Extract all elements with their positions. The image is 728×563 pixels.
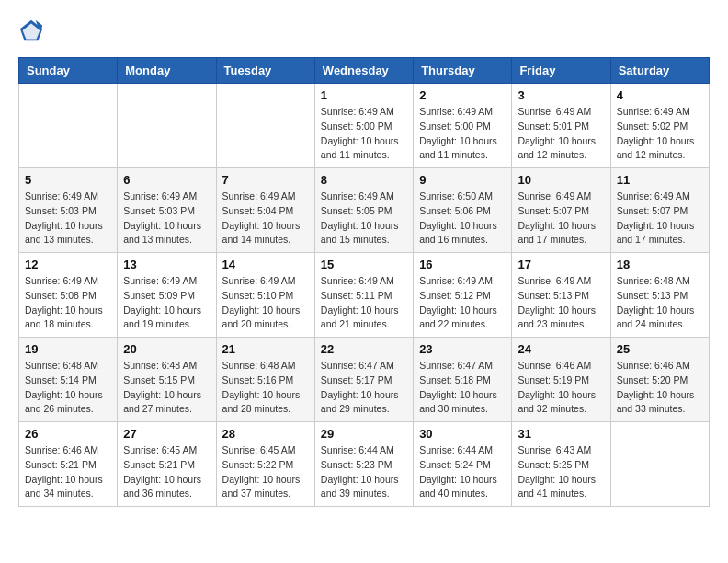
day-info: Sunrise: 6:49 AMSunset: 5:04 PMDaylight:… [222, 190, 309, 247]
calendar-week-row: 1Sunrise: 6:49 AMSunset: 5:00 PMDaylight… [19, 84, 710, 168]
calendar-cell: 11Sunrise: 6:49 AMSunset: 5:07 PMDayligh… [610, 168, 709, 253]
calendar-cell [19, 84, 118, 168]
day-number: 29 [321, 427, 407, 441]
day-info: Sunrise: 6:44 AMSunset: 5:23 PMDaylight:… [321, 443, 407, 501]
day-number: 2 [419, 88, 506, 102]
calendar-cell: 10Sunrise: 6:49 AMSunset: 5:07 PMDayligh… [512, 168, 610, 253]
calendar-cell: 8Sunrise: 6:49 AMSunset: 5:05 PMDaylight… [314, 168, 413, 253]
day-info: Sunrise: 6:44 AMSunset: 5:24 PMDaylight:… [419, 443, 506, 501]
calendar: SundayMondayTuesdayWednesdayThursdayFrid… [18, 57, 710, 507]
day-number: 22 [321, 342, 407, 356]
weekday-header: Wednesday [314, 58, 413, 84]
day-number: 20 [123, 342, 210, 356]
calendar-cell: 7Sunrise: 6:49 AMSunset: 5:04 PMDaylight… [216, 168, 314, 253]
calendar-cell: 15Sunrise: 6:49 AMSunset: 5:11 PMDayligh… [314, 253, 413, 338]
day-number: 28 [222, 427, 309, 441]
day-info: Sunrise: 6:46 AMSunset: 5:19 PMDaylight:… [518, 359, 604, 417]
calendar-cell: 24Sunrise: 6:46 AMSunset: 5:19 PMDayligh… [512, 338, 610, 422]
calendar-cell: 5Sunrise: 6:49 AMSunset: 5:03 PMDaylight… [19, 168, 118, 253]
calendar-cell: 3Sunrise: 6:49 AMSunset: 5:01 PMDaylight… [512, 84, 610, 168]
day-info: Sunrise: 6:49 AMSunset: 5:07 PMDaylight:… [518, 190, 604, 247]
calendar-cell: 26Sunrise: 6:46 AMSunset: 5:21 PMDayligh… [19, 422, 118, 507]
day-number: 19 [25, 342, 111, 356]
day-info: Sunrise: 6:48 AMSunset: 5:14 PMDaylight:… [25, 359, 111, 417]
day-number: 14 [222, 258, 309, 271]
day-info: Sunrise: 6:49 AMSunset: 5:10 PMDaylight:… [222, 274, 309, 332]
weekday-header: Tuesday [216, 58, 314, 84]
day-number: 16 [419, 258, 506, 271]
calendar-cell: 18Sunrise: 6:48 AMSunset: 5:13 PMDayligh… [610, 253, 709, 338]
day-info: Sunrise: 6:47 AMSunset: 5:17 PMDaylight:… [321, 359, 407, 417]
day-number: 17 [518, 258, 604, 271]
day-info: Sunrise: 6:49 AMSunset: 5:12 PMDaylight:… [419, 274, 506, 332]
day-info: Sunrise: 6:43 AMSunset: 5:25 PMDaylight:… [518, 443, 604, 501]
day-info: Sunrise: 6:48 AMSunset: 5:16 PMDaylight:… [222, 359, 309, 417]
day-number: 25 [617, 342, 703, 356]
calendar-cell: 25Sunrise: 6:46 AMSunset: 5:20 PMDayligh… [610, 338, 709, 422]
calendar-cell [216, 84, 314, 168]
day-number: 23 [419, 342, 506, 356]
day-number: 13 [123, 258, 210, 271]
day-number: 24 [518, 342, 604, 356]
day-info: Sunrise: 6:49 AMSunset: 5:08 PMDaylight:… [25, 274, 111, 332]
day-info: Sunrise: 6:48 AMSunset: 5:15 PMDaylight:… [123, 359, 210, 417]
calendar-cell [118, 84, 216, 168]
calendar-cell: 16Sunrise: 6:49 AMSunset: 5:12 PMDayligh… [414, 253, 512, 338]
calendar-cell: 28Sunrise: 6:45 AMSunset: 5:22 PMDayligh… [216, 422, 314, 507]
day-number: 1 [321, 88, 407, 102]
day-info: Sunrise: 6:50 AMSunset: 5:06 PMDaylight:… [419, 190, 506, 247]
calendar-cell: 1Sunrise: 6:49 AMSunset: 5:00 PMDaylight… [314, 84, 413, 168]
day-info: Sunrise: 6:47 AMSunset: 5:18 PMDaylight:… [419, 359, 506, 417]
day-number: 21 [222, 342, 309, 356]
day-info: Sunrise: 6:49 AMSunset: 5:05 PMDaylight:… [321, 190, 407, 247]
calendar-cell: 19Sunrise: 6:48 AMSunset: 5:14 PMDayligh… [19, 338, 118, 422]
weekday-header-row: SundayMondayTuesdayWednesdayThursdayFrid… [19, 58, 710, 84]
calendar-cell: 22Sunrise: 6:47 AMSunset: 5:17 PMDayligh… [314, 338, 413, 422]
day-number: 30 [419, 427, 506, 441]
calendar-cell: 13Sunrise: 6:49 AMSunset: 5:09 PMDayligh… [118, 253, 216, 338]
calendar-cell: 6Sunrise: 6:49 AMSunset: 5:03 PMDaylight… [118, 168, 216, 253]
calendar-cell: 31Sunrise: 6:43 AMSunset: 5:25 PMDayligh… [512, 422, 610, 507]
calendar-cell: 12Sunrise: 6:49 AMSunset: 5:08 PMDayligh… [19, 253, 118, 338]
day-info: Sunrise: 6:45 AMSunset: 5:22 PMDaylight:… [222, 443, 309, 501]
calendar-cell: 9Sunrise: 6:50 AMSunset: 5:06 PMDaylight… [414, 168, 512, 253]
calendar-cell: 21Sunrise: 6:48 AMSunset: 5:16 PMDayligh… [216, 338, 314, 422]
day-number: 15 [321, 258, 407, 271]
weekday-header: Thursday [414, 58, 512, 84]
calendar-cell: 17Sunrise: 6:49 AMSunset: 5:13 PMDayligh… [512, 253, 610, 338]
day-info: Sunrise: 6:45 AMSunset: 5:21 PMDaylight:… [123, 443, 210, 501]
page: SundayMondayTuesdayWednesdayThursdayFrid… [0, 0, 728, 516]
logo [18, 18, 50, 44]
calendar-cell: 14Sunrise: 6:49 AMSunset: 5:10 PMDayligh… [216, 253, 314, 338]
day-info: Sunrise: 6:49 AMSunset: 5:02 PMDaylight:… [617, 105, 703, 163]
day-number: 18 [617, 258, 703, 271]
day-number: 4 [617, 88, 703, 102]
day-number: 3 [518, 88, 604, 102]
calendar-cell: 23Sunrise: 6:47 AMSunset: 5:18 PMDayligh… [414, 338, 512, 422]
day-info: Sunrise: 6:46 AMSunset: 5:20 PMDaylight:… [617, 359, 703, 417]
calendar-cell: 2Sunrise: 6:49 AMSunset: 5:00 PMDaylight… [414, 84, 512, 168]
calendar-week-row: 26Sunrise: 6:46 AMSunset: 5:21 PMDayligh… [19, 422, 710, 507]
day-info: Sunrise: 6:49 AMSunset: 5:13 PMDaylight:… [518, 274, 604, 332]
weekday-header: Monday [118, 58, 216, 84]
day-info: Sunrise: 6:49 AMSunset: 5:00 PMDaylight:… [321, 105, 407, 163]
day-number: 7 [222, 173, 309, 187]
weekday-header: Friday [512, 58, 610, 84]
logo-icon [18, 18, 44, 44]
calendar-cell: 27Sunrise: 6:45 AMSunset: 5:21 PMDayligh… [118, 422, 216, 507]
day-number: 9 [419, 173, 506, 187]
day-number: 6 [123, 173, 210, 187]
day-number: 5 [25, 173, 111, 187]
day-info: Sunrise: 6:46 AMSunset: 5:21 PMDaylight:… [25, 443, 111, 501]
day-number: 10 [518, 173, 604, 187]
day-number: 11 [617, 173, 703, 187]
day-info: Sunrise: 6:49 AMSunset: 5:09 PMDaylight:… [123, 274, 210, 332]
weekday-header: Saturday [610, 58, 709, 84]
header [18, 18, 710, 44]
day-number: 26 [25, 427, 111, 441]
day-info: Sunrise: 6:48 AMSunset: 5:13 PMDaylight:… [617, 274, 703, 332]
calendar-week-row: 19Sunrise: 6:48 AMSunset: 5:14 PMDayligh… [19, 338, 710, 422]
weekday-header: Sunday [19, 58, 118, 84]
day-info: Sunrise: 6:49 AMSunset: 5:11 PMDaylight:… [321, 274, 407, 332]
day-info: Sunrise: 6:49 AMSunset: 5:03 PMDaylight:… [123, 190, 210, 247]
